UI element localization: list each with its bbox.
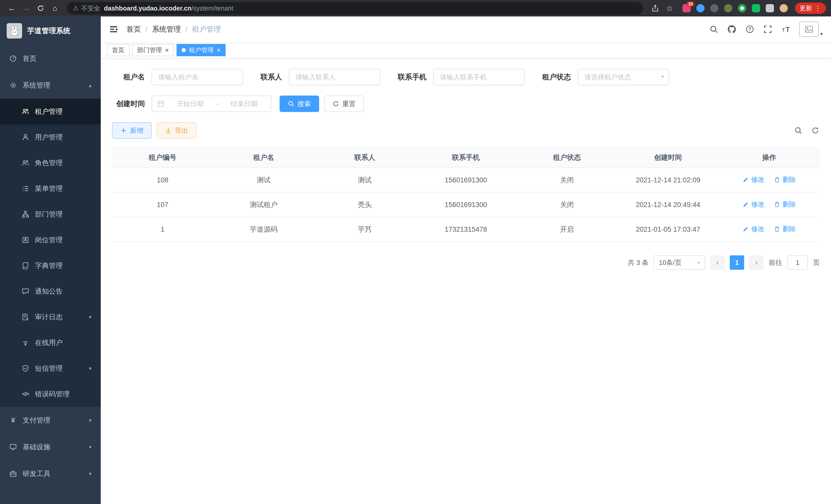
users-icon [22,108,29,115]
sidebar-item-user[interactable]: 用户管理 [0,124,101,150]
sidebar-item-system[interactable]: 系统管理 ▴ [0,72,101,99]
search-button[interactable]: 搜索 [280,95,319,112]
question-icon: ? [745,25,754,34]
status-cell: 开启 [516,217,618,242]
security-indicator[interactable]: ⚠ 不安全 [73,4,101,12]
sidebar-item-devtools[interactable]: 研发工具 ▾ [0,460,101,487]
active-dot [182,48,186,52]
breadcrumb-current: 租户管理 [192,24,221,34]
page-unit-label: 页 [813,258,820,267]
sidebar-item-home[interactable]: 首页 [0,45,101,72]
security-label: 不安全 [81,4,101,12]
list-icon [22,185,29,192]
sidebar-item-tenant[interactable]: 租户管理 [0,99,101,124]
status-label: 租户状态 [542,72,571,82]
close-icon[interactable]: × [165,47,169,53]
sidebar-item-post[interactable]: 岗位管理 [0,227,101,253]
refresh-table-button[interactable] [811,126,820,135]
tenant-name-input[interactable] [152,69,243,85]
sidebar-item-notice[interactable]: 通知公告 [0,278,101,304]
status-select[interactable] [578,69,669,85]
fullscreen-button[interactable] [763,25,772,34]
extensions-puzzle-icon[interactable] [766,4,774,12]
font-size-button[interactable]: TT [781,25,791,34]
chrome-update-button[interactable]: 更新 ⋮ [795,3,826,14]
sidebar-item-sms[interactable]: 短信管理 ▾ [0,356,101,381]
sidebar-item-menu[interactable]: 菜单管理 [0,176,101,201]
contact-input[interactable] [289,69,380,85]
search-toggle-button[interactable] [794,126,803,135]
bookmark-button[interactable]: ☆ [663,2,676,15]
delete-button[interactable]: 删除 [774,200,796,209]
sidebar-logo[interactable]: 芋道管理系统 [0,17,101,45]
delete-button[interactable]: 删除 [774,225,796,234]
browser-back-button[interactable]: ← [5,2,19,15]
github-button[interactable] [727,25,737,34]
total-count: 共 3 条 [628,258,649,267]
extension-icon[interactable] [696,4,705,12]
edit-icon [742,176,749,183]
download-icon [165,127,172,134]
share-icon [652,5,659,12]
breadcrumb-home[interactable]: 首页 [126,24,141,34]
edit-button[interactable]: 修改 [742,175,765,184]
edit-button[interactable]: 修改 [742,200,765,209]
sidebar-fold-button[interactable] [109,25,118,34]
breadcrumb-system[interactable]: 系统管理 [152,24,181,34]
mobile-input[interactable] [433,69,525,85]
close-icon[interactable]: × [217,47,221,53]
extension-icon[interactable] [710,4,718,12]
tenant-table: 租户编号 租户名 联系人 联系手机 租户状态 创建时间 操作 108 测试 测试 [112,147,820,242]
export-button[interactable]: 导出 [157,122,196,139]
tag-tenant[interactable]: 租户管理 × [176,44,226,56]
create-time-range-picker[interactable]: 开始日期 - 结束日期 [152,95,271,112]
browser-home-button[interactable]: ⌂ [48,2,62,15]
browser-forward-button[interactable]: → [20,2,33,15]
extension-icon[interactable] [752,4,760,12]
edit-button[interactable]: 修改 [742,225,765,234]
page-number-button[interactable]: 1 [730,255,744,270]
browser-menu-icon[interactable]: ⋮ [814,4,821,12]
goto-page-input[interactable] [787,255,808,270]
help-button[interactable]: ? [745,25,754,34]
monitor-icon [9,443,17,451]
prev-page-button[interactable]: ‹ [710,255,725,270]
reset-button[interactable]: 重置 [324,95,364,112]
mobile-label: 联系手机 [398,72,427,82]
tag-home[interactable]: 首页 [107,44,130,56]
chevron-down-icon: ▾ [697,260,700,266]
user-avatar-menu[interactable]: ▾ [799,22,823,37]
extension-icon[interactable] [738,4,746,12]
start-date-placeholder: 开始日期 [169,99,212,109]
address-bar[interactable]: ⚠ 不安全 dashboard.yudao.iocoder.cn/system/… [67,2,643,14]
pagination: 共 3 条 10条/页 ▾ ‹ 1 › 前往 页 [112,255,820,270]
header-search-button[interactable] [709,25,718,34]
extension-icon[interactable] [724,4,732,12]
yen-icon: ¥ [9,416,17,424]
refresh-icon [811,126,820,135]
tag-dept[interactable]: 部门管理 × [132,44,174,56]
shield-icon [22,364,29,372]
sidebar-item-infra[interactable]: 基础设施 ▾ [0,434,101,460]
warning-icon: ⚠ [73,5,79,12]
update-label: 更新 [800,4,812,12]
delete-button[interactable]: 删除 [774,175,796,184]
add-button[interactable]: 新增 [112,122,152,139]
page-size-select[interactable]: 10条/页 ▾ [654,255,705,270]
page-content: 租户名 联系人 联系手机 租户状态 ▾ [101,59,831,504]
sidebar-item-pay[interactable]: ¥ 支付管理 ▾ [0,407,101,434]
extension-icon[interactable]: 10 [683,4,691,12]
profile-avatar-icon[interactable] [780,4,788,12]
sidebar-item-dict[interactable]: 字典管理 [0,253,101,278]
sidebar-item-dept[interactable]: 部门管理 [0,201,101,227]
search-icon [288,100,294,107]
sidebar-item-role[interactable]: 角色管理 [0,150,101,176]
github-icon [727,25,737,34]
sidebar-item-online-user[interactable]: 在线用户 [0,330,101,356]
next-page-button[interactable]: › [749,255,764,270]
browser-reload-button[interactable] [34,2,47,15]
share-button[interactable] [649,2,662,15]
sidebar-item-error-code[interactable]: </> 错误码管理 [0,381,101,407]
tenant-name-label: 租户名 [112,72,145,82]
sidebar-item-audit-log[interactable]: 审计日志 ▾ [0,304,101,330]
